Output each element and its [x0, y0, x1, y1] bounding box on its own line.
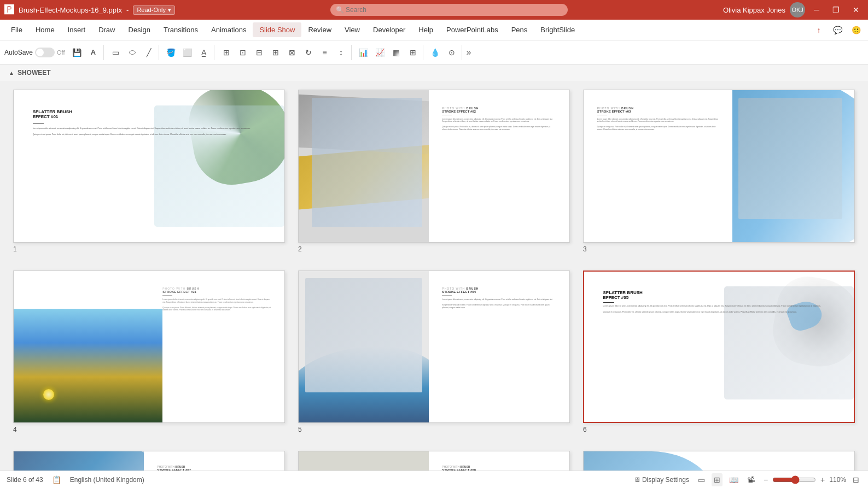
align-button[interactable]: ⊟ — [252, 45, 267, 60]
arrange-button[interactable]: ⊞ — [219, 45, 234, 60]
toolbar: AutoSave Off 💾 A ▭ ⬭ ╱ 🪣 ⬜ A̲ ⊞ ⊡ ⊟ ⊞ ⊠ … — [0, 40, 868, 64]
filename: Brush-Effect-Mockups-16_9.pptx — [19, 6, 122, 14]
slide-item-6[interactable]: SPLATTER BRUSHEFFECT #05 Lorem ipsum dol… — [583, 271, 855, 434]
slide-5-title-bold: STROKE EFFECT #04 — [442, 290, 556, 293]
toolbar-more[interactable]: » — [464, 48, 474, 57]
search-input[interactable] — [330, 4, 568, 16]
menu-view[interactable]: View — [338, 22, 366, 37]
slide-item-2[interactable]: PHOTO WITH BRUSH STROKE EFFECT #02 Lorem… — [298, 90, 570, 253]
zoom-out-button[interactable]: − — [761, 473, 770, 486]
slide-item-3[interactable]: PHOTO WITH BRUSH STROKE EFFECT #03 Lorem… — [583, 90, 855, 253]
view-slide-sorter-button[interactable]: ⊞ — [712, 473, 723, 486]
menu-animations[interactable]: Animations — [205, 22, 253, 37]
readonly-badge[interactable]: Read-Only ▾ — [133, 5, 175, 15]
rotate-button[interactable]: ↻ — [301, 45, 316, 60]
menu-slideshow[interactable]: Slide Show — [253, 22, 301, 37]
restore-button[interactable]: ❐ — [828, 3, 844, 16]
menu-pens[interactable]: Pens — [505, 22, 534, 37]
slide-6-divider — [603, 302, 614, 303]
slide-thumbnail-3[interactable]: PHOTO WITH BRUSH STROKE EFFECT #03 Lorem… — [583, 90, 855, 243]
text-button[interactable]: A — [86, 45, 101, 60]
menu-developer[interactable]: Developer — [366, 22, 412, 37]
fill-color-button[interactable]: 🪣 — [164, 45, 179, 60]
save-button[interactable]: 💾 — [69, 45, 85, 60]
slide-9-brush-blue — [584, 451, 719, 471]
flip-button[interactable]: ⊠ — [284, 45, 300, 60]
minimize-button[interactable]: ─ — [809, 3, 824, 16]
toolbar-misc-group: 💧 ⊙ — [426, 45, 462, 60]
slide-item-8[interactable]: PHOTO WITH BRUSH STROKE EFFECT #08 Lorem… — [298, 451, 570, 471]
menu-draw[interactable]: Draw — [92, 22, 121, 37]
distribute-button[interactable]: ⊞ — [268, 45, 283, 60]
close-button[interactable]: ✕ — [848, 3, 864, 16]
group-button[interactable]: ⊡ — [235, 45, 251, 60]
fit-to-window-button[interactable]: ⊟ — [850, 473, 861, 486]
rectangle-button[interactable]: ▭ — [108, 45, 124, 60]
menu-transitions[interactable]: Transitions — [157, 22, 205, 37]
slide-item-9[interactable]: PHOTO WITH BRUSH STROKE EFFECT — [583, 451, 855, 471]
chart2-button[interactable]: 📈 — [372, 45, 388, 60]
slide-thumbnail-6[interactable]: SPLATTER BRUSHEFFECT #05 Lorem ipsum dol… — [583, 271, 855, 424]
slide-thumbnail-4[interactable]: PHOTO WITH BRUSH STROKE EFFECT #21 Lorem… — [13, 271, 285, 424]
slide-2-title-bold: STROKE EFFECT #02 — [442, 110, 556, 113]
outline-button[interactable]: ⬜ — [180, 45, 195, 60]
slide-thumbnail-2[interactable]: PHOTO WITH BRUSH STROKE EFFECT #02 Lorem… — [298, 90, 570, 243]
slide-item-7[interactable]: PHOTO WITH BRUSH STROKE EFFECT #07 Lorem… — [13, 451, 285, 471]
display-settings-button[interactable]: 🖥 Display Settings — [632, 474, 691, 486]
table-button[interactable]: ⊞ — [405, 45, 421, 60]
slide-7-image-area — [14, 451, 144, 471]
menu-help[interactable]: Help — [412, 22, 440, 37]
zoom-slider[interactable] — [772, 475, 816, 484]
align2-button[interactable]: ≡ — [317, 45, 333, 60]
slide-item-5[interactable]: PHOTO WITH BRUSH STROKE EFFECT #04 Lorem… — [298, 271, 570, 434]
columns-button[interactable]: ▦ — [389, 45, 404, 60]
slide-1-divider — [33, 124, 44, 124]
chart-button[interactable]: 📊 — [356, 45, 371, 60]
slide-4-divider — [162, 295, 172, 296]
spacing-button[interactable]: ↕ — [334, 45, 349, 60]
lasso-button[interactable]: ⊙ — [444, 45, 459, 60]
zoom-in-button[interactable]: + — [818, 473, 827, 486]
comment-button[interactable]: 💬 — [830, 22, 845, 38]
slide-item-1[interactable]: SPLATTER BRUSHEFFECT #01 Lorem ipsum dol… — [13, 90, 285, 253]
menu-home[interactable]: Home — [29, 22, 61, 37]
slide-6-body: Lorem ipsum dolor sit amet, consectetur … — [603, 305, 835, 314]
slide-2-content: PHOTO WITH BRUSH STROKE EFFECT #02 Lorem… — [299, 90, 569, 242]
slide-thumbnail-9[interactable]: PHOTO WITH BRUSH STROKE EFFECT — [583, 451, 855, 471]
slides-area[interactable]: SPLATTER BRUSHEFFECT #01 Lorem ipsum dol… — [0, 81, 868, 471]
menu-brightslide[interactable]: BrightSlide — [534, 22, 581, 37]
emoji-button[interactable]: 🙂 — [848, 22, 864, 38]
menu-file[interactable]: File — [4, 22, 29, 37]
notes-button[interactable]: 📋 — [50, 473, 63, 486]
slide-thumbnail-7[interactable]: PHOTO WITH BRUSH STROKE EFFECT #07 Lorem… — [13, 451, 285, 471]
line-button[interactable]: ╱ — [141, 45, 156, 60]
display-settings-label: Display Settings — [642, 476, 689, 484]
slide-7-content: PHOTO WITH BRUSH STROKE EFFECT #07 Lorem… — [14, 451, 284, 471]
slide-2-number: 2 — [298, 245, 570, 253]
view-presenter-button[interactable]: 📽 — [745, 473, 757, 486]
readonly-dropdown-icon[interactable]: ▾ — [168, 7, 171, 14]
slide-thumbnail-5[interactable]: PHOTO WITH BRUSH STROKE EFFECT #04 Lorem… — [298, 271, 570, 424]
view-normal-button[interactable]: ▭ — [696, 473, 707, 486]
autosave-switch[interactable] — [35, 48, 55, 57]
slide-item-4[interactable]: PHOTO WITH BRUSH STROKE EFFECT #21 Lorem… — [13, 271, 285, 434]
share-button[interactable]: ↑ — [811, 22, 826, 38]
slide-thumbnail-8[interactable]: PHOTO WITH BRUSH STROKE EFFECT #08 Lorem… — [298, 451, 570, 471]
menu-review[interactable]: Review — [301, 22, 338, 37]
slide-thumbnail-1[interactable]: SPLATTER BRUSHEFFECT #01 Lorem ipsum dol… — [13, 90, 285, 243]
oval-button[interactable]: ⬭ — [125, 45, 140, 60]
slide-3-image-area — [732, 90, 854, 242]
menu-powerpointlabs[interactable]: PowerPointLabs — [440, 22, 505, 37]
font-color-button[interactable]: A̲ — [196, 45, 212, 60]
status-bar: Slide 6 of 43 📋 English (United Kingdom)… — [0, 471, 868, 488]
slide-1-title-bold: SPLATTER BRUSHEFFECT #01 — [33, 109, 266, 119]
slide-info: Slide 6 of 43 — [7, 476, 43, 484]
status-left: Slide 6 of 43 📋 English (United Kingdom) — [7, 473, 144, 486]
slide-4-content: PHOTO WITH BRUSH STROKE EFFECT #21 Lorem… — [14, 271, 284, 423]
menu-design[interactable]: Design — [122, 22, 157, 37]
eyedropper-button[interactable]: 💧 — [428, 45, 443, 60]
zoom-control: − + 110% — [761, 473, 846, 486]
slide-1-body: Lorem ipsum dolor sit amet, consectetur … — [33, 127, 266, 136]
menu-insert[interactable]: Insert — [61, 22, 92, 37]
view-reading-button[interactable]: 📖 — [727, 473, 741, 486]
